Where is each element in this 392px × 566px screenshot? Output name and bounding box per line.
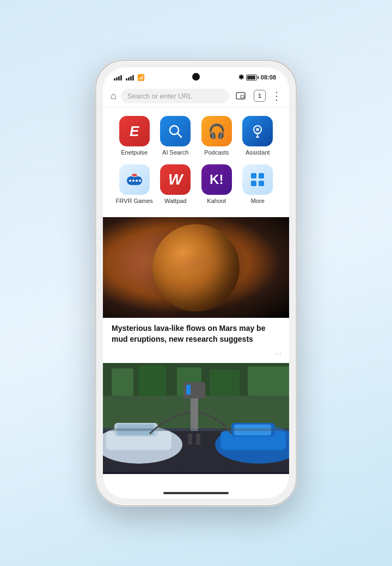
camera-notch-area	[192, 67, 200, 81]
svg-rect-14	[259, 173, 264, 179]
home-icon[interactable]: ⌂	[111, 90, 117, 102]
app-item-frvr[interactable]: FRVR Games	[115, 164, 154, 204]
news-options-dots[interactable]: ··	[275, 349, 283, 359]
bluetooth-icon: ✱	[238, 73, 244, 81]
status-left: 📶	[114, 74, 145, 81]
search-placeholder-text: Search or enter URL	[127, 92, 192, 100]
svg-rect-13	[251, 173, 256, 179]
status-time: 08:08	[261, 74, 276, 81]
wifi-icon: 📶	[137, 74, 145, 81]
app-label-podcasts: Podcasts	[204, 149, 229, 156]
news-card-mars[interactable]: Mysterious lava-like flows on Mars may b…	[103, 217, 289, 363]
svg-rect-22	[210, 370, 240, 396]
ev-charging-image	[103, 363, 289, 474]
app-item-assistant[interactable]: Assistant	[238, 116, 277, 156]
enetpulse-logo: E	[130, 123, 139, 140]
podcasts-headphone-icon: 🎧	[208, 123, 225, 140]
svg-point-10	[132, 180, 134, 182]
svg-rect-15	[251, 181, 256, 186]
camera-notch	[192, 73, 200, 81]
app-row-2: FRVR Games W Wattpad K!	[114, 164, 278, 204]
svg-rect-26	[196, 434, 200, 445]
app-icon-frvr	[119, 164, 150, 195]
app-icon-more	[242, 164, 273, 195]
battery-fill	[247, 76, 255, 79]
news-meta: ··	[103, 349, 289, 363]
app-label-wattpad: Wattpad	[164, 198, 187, 204]
app-item-wattpad[interactable]: W Wattpad	[156, 164, 195, 204]
news-card-ev[interactable]	[103, 363, 289, 474]
app-icon-podcasts: 🎧	[201, 116, 232, 146]
more-options-button[interactable]: ⋮	[271, 89, 281, 102]
app-label-more: More	[251, 198, 265, 204]
svg-point-12	[139, 180, 141, 182]
app-item-aisearch[interactable]: AI Search	[156, 116, 195, 156]
phone-device: 📶 ✱ 08:08 ⌂	[95, 60, 297, 506]
app-icon-aisearch	[160, 116, 191, 146]
status-bar: 📶 ✱ 08:08	[103, 67, 289, 85]
svg-point-7	[256, 128, 259, 131]
url-search-bar[interactable]: Search or enter URL	[121, 89, 229, 103]
phone-screen: 📶 ✱ 08:08 ⌂	[103, 67, 289, 499]
status-right: ✱ 08:08	[238, 73, 276, 81]
svg-rect-38	[103, 428, 289, 431]
svg-rect-1	[241, 95, 244, 98]
app-label-frvr: FRVR Games	[116, 198, 153, 204]
app-icon-wattpad: W	[160, 164, 191, 195]
signal-bars-2	[126, 74, 134, 81]
svg-line-3	[177, 133, 181, 137]
app-icon-kahoot: K!	[201, 164, 232, 195]
battery-icon	[246, 75, 259, 81]
svg-rect-20	[139, 366, 166, 396]
app-item-more[interactable]: More	[238, 164, 277, 204]
svg-rect-16	[259, 181, 264, 186]
app-item-kahoot[interactable]: K! Kahoot	[197, 164, 236, 204]
app-label-aisearch: AI Search	[162, 149, 188, 156]
screen-content: E Enetpulse AI	[103, 107, 289, 497]
svg-rect-19	[112, 368, 133, 396]
mars-planet-graphic	[152, 224, 240, 311]
svg-rect-29	[186, 385, 191, 395]
phone-frame: 📶 ✱ 08:08 ⌂	[95, 60, 297, 506]
svg-rect-23	[248, 366, 289, 396]
mars-news-image	[103, 217, 289, 318]
tab-count-button[interactable]: 1	[254, 90, 266, 102]
app-row-1: E Enetpulse AI	[114, 116, 278, 156]
home-indicator[interactable]	[163, 492, 229, 494]
app-item-podcasts[interactable]: 🎧 Podcasts	[197, 116, 236, 156]
app-label-enetpulse: Enetpulse	[121, 149, 148, 156]
app-grid: E Enetpulse AI	[103, 107, 289, 217]
picture-in-picture-button[interactable]	[233, 88, 248, 103]
kahoot-logo: K!	[210, 172, 223, 187]
app-label-assistant: Assistant	[246, 149, 270, 156]
nav-icons: 1 ⋮	[233, 88, 281, 103]
svg-point-9	[129, 180, 131, 182]
battery-body	[246, 75, 257, 81]
wattpad-logo: W	[168, 171, 182, 188]
app-icon-assistant	[242, 116, 273, 146]
app-item-enetpulse[interactable]: E Enetpulse	[115, 116, 154, 156]
browser-nav-bar: ⌂ Search or enter URL 1 ⋮	[103, 85, 289, 107]
tab-count: 1	[258, 93, 261, 99]
app-icon-enetpulse: E	[119, 116, 150, 146]
app-label-kahoot: Kahoot	[207, 198, 226, 204]
svg-rect-25	[188, 434, 192, 445]
signal-bars-1	[114, 74, 122, 81]
mars-news-headline: Mysterious lava-like flows on Mars may b…	[103, 318, 289, 349]
battery-tip	[258, 76, 259, 79]
svg-point-11	[136, 180, 138, 182]
